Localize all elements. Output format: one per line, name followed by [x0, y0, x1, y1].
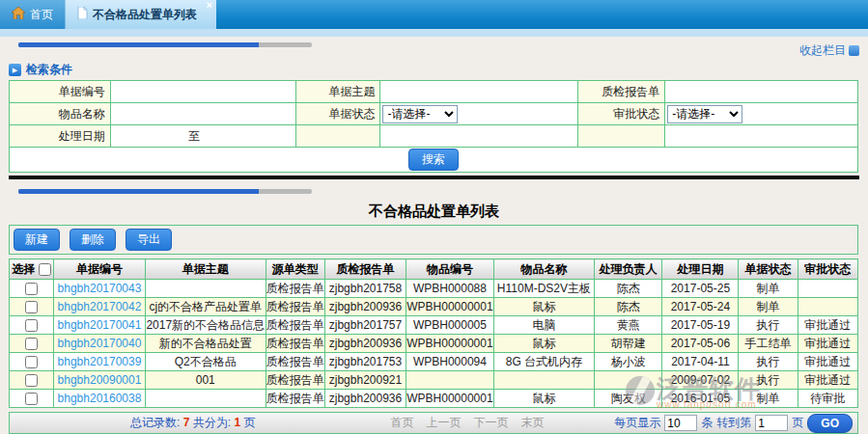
select-column-header: 选择 — [10, 259, 54, 280]
close-icon[interactable]: × — [207, 0, 212, 11]
doc-no-link[interactable]: bhgbh20090001 — [54, 371, 146, 390]
column-header-subject: 单据主题 — [145, 259, 266, 280]
select-all-checkbox[interactable] — [39, 263, 51, 276]
pages-label: 共分为: — [193, 416, 231, 429]
doc-no-link[interactable]: bhgbh20170041 — [54, 316, 146, 335]
qc-report-label: 质检报告单 — [578, 81, 665, 103]
doc-no-label: 单据编号 — [10, 81, 111, 103]
cell-date: 2017-05-19 — [662, 316, 739, 335]
per-page-unit: 条 — [701, 415, 713, 431]
collapse-columns-link[interactable]: 收起栏目 — [799, 42, 859, 59]
next-page-link[interactable]: 下一页 — [473, 415, 508, 431]
doc-status-select[interactable]: -请选择- — [382, 105, 458, 123]
empty-label-cell-2 — [578, 125, 665, 148]
tab-home[interactable]: 首页 — [0, 0, 66, 29]
per-page-input[interactable] — [664, 415, 697, 431]
doc-no-input[interactable] — [113, 83, 294, 100]
cell-date: 2016-01-05 — [662, 390, 739, 408]
delete-button[interactable]: 删除 — [70, 229, 116, 251]
qc-report-input[interactable] — [667, 83, 855, 100]
new-button[interactable]: 新建 — [14, 229, 60, 251]
doc-no-link[interactable]: bhgbh20170040 — [54, 335, 146, 353]
cell-date: 2017-05-06 — [662, 335, 739, 353]
cell-doc-status: 制单 — [739, 390, 798, 408]
cell-subject — [145, 280, 266, 298]
empty-input-cell-1 — [380, 125, 578, 148]
qc-report-cell — [665, 81, 858, 103]
row-select-cell — [10, 280, 54, 298]
prev-page-link[interactable]: 上一页 — [426, 415, 461, 431]
doc-subject-cell — [380, 81, 578, 103]
collapse-columns-label: 收起栏目 — [799, 42, 846, 59]
cell-date: 2009-07-02 — [662, 371, 739, 390]
cell-subject: cj的不合格产品处置单 — [145, 298, 266, 316]
go-button[interactable]: GO — [807, 414, 853, 433]
cell-date: 2017-04-11 — [662, 353, 739, 371]
cell-doc-status: 执行 — [739, 316, 798, 335]
row-checkbox[interactable] — [25, 283, 38, 295]
process-date-cell: 至 — [110, 125, 295, 148]
doc-no-link[interactable]: bhgbh20170039 — [54, 353, 146, 371]
item-name-input[interactable] — [113, 105, 294, 122]
cell-subject: 2017新的不合格品信息 — [145, 316, 266, 335]
cell-source-type: 质检报告单 — [266, 390, 324, 408]
row-checkbox[interactable] — [25, 393, 38, 405]
row-checkbox[interactable] — [25, 356, 38, 368]
cell-qc-report: zjbgbh201758 — [324, 280, 406, 298]
approval-status-cell: -请选择- — [665, 103, 858, 125]
item-name-cell — [110, 103, 295, 125]
row-checkbox[interactable] — [25, 301, 38, 313]
row-select-cell — [10, 316, 54, 335]
doc-status-label: 单据状态 — [295, 103, 380, 125]
cell-item-no: WPBH00000001 — [406, 335, 493, 353]
approval-status-label: 审批状态 — [578, 103, 665, 125]
section-divider — [9, 176, 859, 179]
tab-disposal-list[interactable]: 不合格品处置单列表 × — [66, 0, 216, 29]
cell-subject: 新的不合格品处置 — [145, 335, 266, 353]
doc-no-link[interactable]: bhgbh20170042 — [54, 298, 146, 316]
record-summary: 总记录数: 7 共分为: 1 页 — [130, 415, 255, 431]
collapse-icon — [849, 45, 859, 56]
doc-subject-label: 单据主题 — [295, 81, 380, 103]
doc-subject-input[interactable] — [382, 83, 575, 100]
row-checkbox[interactable] — [25, 374, 38, 387]
first-page-link[interactable]: 首页 — [390, 415, 413, 431]
row-checkbox[interactable] — [25, 319, 38, 332]
row-checkbox[interactable] — [25, 338, 38, 350]
doc-no-link[interactable]: bhgbh20170043 — [54, 280, 146, 298]
row-select-cell — [10, 371, 54, 390]
column-header-handler: 处理负责人 — [595, 259, 662, 280]
date-to-input[interactable] — [200, 127, 275, 145]
approval-status-select[interactable]: -请选择- — [667, 105, 742, 123]
search-button-row: 搜索 — [9, 148, 858, 173]
tab-disposal-label: 不合格品处置单列表 — [93, 7, 197, 23]
per-page-label: 每页显示 — [614, 415, 660, 431]
cell-item-no: WPBH00000001 — [406, 390, 493, 408]
per-page-controls: 每页显示 条 转到第 页 GO — [614, 414, 853, 433]
arrow-right-icon: ▶ — [9, 64, 21, 76]
cell-handler: 陈杰 — [595, 280, 662, 298]
pager-links: 首页 上一页 下一页 末页 — [390, 415, 544, 431]
cell-item-name: H110M-DS2V主板 — [493, 280, 595, 298]
column-header-qc-report: 质检报告单 — [324, 259, 406, 280]
cell-approval: 审批通过 — [798, 371, 857, 390]
table-row: bhgbh20170040新的不合格品处置质检报告单zjbgbh200936WP… — [10, 335, 858, 353]
doc-no-link[interactable]: bhgbh20160038 — [54, 390, 146, 408]
last-page-link[interactable]: 末页 — [520, 415, 544, 431]
date-from-input[interactable] — [113, 127, 188, 145]
tab-bar: 首页 不合格品处置单列表 × — [0, 0, 868, 29]
pages-unit: 页 — [243, 416, 255, 429]
app-window: 首页 不合格品处置单列表 × 收起栏目 ▶ 检索条件 单据编号 — [0, 0, 868, 434]
pagination-bar: 总记录数: 7 共分为: 1 页 首页 上一页 下一页 末页 每页显示 条 转到… — [9, 412, 858, 434]
tab-home-label: 首页 — [30, 7, 53, 23]
search-row-3: 处理日期 至 — [10, 125, 858, 148]
cell-qc-report: zjbgbh200936 — [324, 335, 406, 353]
goto-page-input[interactable] — [755, 415, 788, 431]
export-button[interactable]: 导出 — [126, 229, 172, 251]
cell-approval: 审批通过 — [798, 353, 857, 371]
search-section-title: 检索条件 — [26, 62, 72, 78]
search-button[interactable]: 搜索 — [408, 149, 459, 171]
empty-input-cell-2 — [665, 125, 858, 148]
cell-date: 2017-05-24 — [662, 298, 739, 316]
cell-item-no: WPBH000094 — [406, 353, 493, 371]
